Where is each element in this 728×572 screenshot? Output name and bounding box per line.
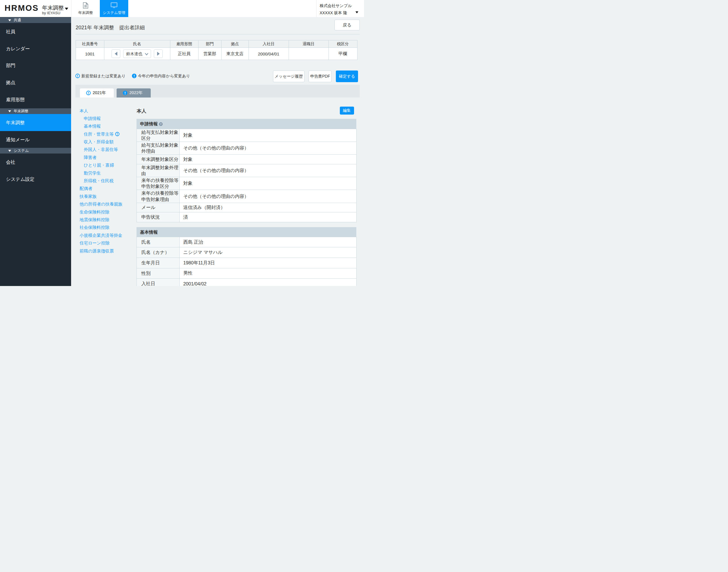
svg-text:?: ? bbox=[160, 122, 161, 125]
